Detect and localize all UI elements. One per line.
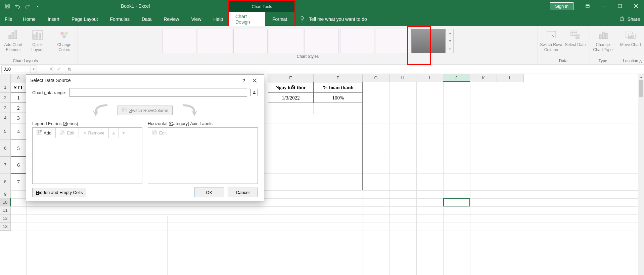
cell-A2[interactable]: 1 bbox=[11, 93, 26, 103]
cancel-formula-icon[interactable]: ✕ bbox=[49, 66, 53, 72]
dialog-help-button[interactable]: ? bbox=[238, 75, 249, 85]
cell-A5[interactable]: 4 bbox=[11, 123, 26, 140]
edit-axis-button[interactable]: Edit bbox=[148, 128, 171, 138]
remove-series-button[interactable]: ✕Remove bbox=[79, 128, 109, 138]
change-chart-type-button[interactable]: Change Chart Type bbox=[591, 28, 615, 52]
chart-style-4[interactable] bbox=[269, 29, 303, 53]
horizontal-axis-list[interactable] bbox=[148, 138, 258, 184]
close-icon[interactable] bbox=[628, 0, 644, 12]
cell-A6[interactable]: 5 bbox=[11, 140, 26, 157]
scroll-up-icon[interactable]: ▲ bbox=[638, 74, 644, 80]
chart-style-2[interactable] bbox=[198, 29, 232, 53]
save-icon[interactable] bbox=[3, 1, 12, 11]
chart-style-1[interactable] bbox=[162, 29, 196, 53]
cell-F2[interactable]: 100% bbox=[314, 93, 363, 103]
move-up-button[interactable]: ▲ bbox=[109, 128, 119, 138]
edit-series-button[interactable]: Edit bbox=[56, 128, 79, 138]
tab-data[interactable]: Data bbox=[136, 12, 158, 26]
tab-formulas[interactable]: Formulas bbox=[104, 12, 136, 26]
row-header-13[interactable]: 13 bbox=[0, 223, 11, 231]
minimize-icon[interactable] bbox=[596, 0, 612, 12]
add-series-button[interactable]: ✚Add bbox=[33, 128, 56, 138]
cell-A7[interactable]: 6 bbox=[11, 157, 26, 173]
cell-A8[interactable]: 7 bbox=[11, 173, 26, 190]
quick-layout-button[interactable]: Quick Layout bbox=[26, 28, 49, 52]
name-box-dropdown-icon[interactable]: ▼ bbox=[31, 66, 37, 73]
collapse-ribbon-icon[interactable]: ᐱ bbox=[639, 59, 642, 64]
col-header-J[interactable]: J bbox=[443, 74, 470, 82]
row-header-3[interactable]: 3 bbox=[0, 103, 11, 113]
name-box[interactable]: J10 bbox=[1, 66, 31, 73]
row-header-7[interactable]: 7 bbox=[0, 157, 11, 173]
move-down-button[interactable]: ▼ bbox=[119, 128, 129, 138]
row-header-8[interactable]: 8 bbox=[0, 173, 11, 190]
sign-in-button[interactable]: Sign in bbox=[550, 2, 573, 10]
col-header-A[interactable]: A bbox=[11, 74, 26, 82]
enter-formula-icon[interactable]: ✓ bbox=[57, 66, 61, 72]
col-header-E[interactable]: E bbox=[268, 74, 314, 82]
row-header-11[interactable]: 11 bbox=[0, 206, 11, 214]
ribbon-display-options-icon[interactable] bbox=[580, 0, 596, 12]
range-picker-button[interactable] bbox=[250, 89, 258, 96]
tab-review[interactable]: Review bbox=[158, 12, 185, 26]
col-header-H[interactable]: H bbox=[389, 74, 416, 82]
vertical-scrollbar[interactable]: ▲ bbox=[638, 74, 644, 275]
col-header-K[interactable]: K bbox=[470, 74, 497, 82]
undo-icon[interactable] bbox=[13, 1, 22, 11]
row-header-1[interactable]: 1 bbox=[0, 82, 11, 93]
cell-E2[interactable]: 1/3/2022 bbox=[268, 93, 314, 103]
cell-E1[interactable]: Ngày kết thúc bbox=[268, 82, 314, 93]
tell-me-area[interactable]: Tell me what you want to do bbox=[300, 16, 367, 23]
dialog-close-button[interactable] bbox=[249, 75, 260, 85]
tab-view[interactable]: View bbox=[185, 12, 207, 26]
row-header-9[interactable]: 9 bbox=[0, 190, 11, 198]
cell-A3[interactable]: 2 bbox=[11, 103, 26, 113]
chart-style-5[interactable] bbox=[305, 29, 339, 53]
fx-icon[interactable]: fx bbox=[68, 67, 71, 72]
switch-row-column-button-dialog[interactable]: Switch Row/Column bbox=[118, 106, 173, 115]
move-chart-button[interactable]: Move Chart bbox=[619, 28, 642, 47]
row-header-6[interactable]: 6 bbox=[0, 140, 11, 157]
change-colors-button[interactable]: Change Colors bbox=[53, 28, 76, 52]
redo-icon[interactable] bbox=[23, 1, 32, 11]
dialog-titlebar[interactable]: Select Data Source ? bbox=[26, 75, 264, 86]
share-area[interactable]: Share bbox=[619, 16, 640, 23]
hidden-empty-cells-button[interactable]: Hidden and Empty Cells bbox=[32, 188, 86, 197]
tab-home[interactable]: Home bbox=[17, 12, 42, 26]
tab-insert[interactable]: Insert bbox=[42, 12, 65, 26]
row-header-10[interactable]: 10 bbox=[0, 198, 11, 206]
row-header-12[interactable]: 12 bbox=[0, 214, 11, 223]
row-header-5[interactable]: 5 bbox=[0, 123, 11, 140]
active-cell-J10[interactable] bbox=[443, 198, 470, 206]
row-header-4[interactable]: 4 bbox=[0, 113, 11, 123]
scroll-thumb[interactable] bbox=[639, 80, 643, 97]
cell-A4[interactable]: 3 bbox=[11, 113, 26, 123]
chart-style-7[interactable] bbox=[376, 29, 410, 53]
ok-button[interactable]: OK bbox=[194, 188, 224, 197]
col-header-L[interactable]: L bbox=[497, 74, 524, 82]
col-header-F[interactable]: F bbox=[314, 74, 363, 82]
cancel-button[interactable]: Cancel bbox=[228, 188, 258, 197]
add-chart-element-button[interactable]: Add Chart Element bbox=[2, 28, 25, 52]
legend-entries-list[interactable] bbox=[32, 138, 142, 184]
tab-file[interactable]: File bbox=[0, 12, 17, 26]
switch-row-column-button[interactable]: Switch Row/ Column bbox=[540, 28, 563, 52]
row-header-2[interactable]: 2 bbox=[0, 93, 11, 103]
cell-F1[interactable]: % hoàn thành bbox=[314, 82, 363, 93]
tab-chart-design[interactable]: Chart Design bbox=[229, 12, 265, 26]
tab-help[interactable]: Help bbox=[208, 12, 229, 26]
cell-A1[interactable]: STT bbox=[11, 82, 26, 93]
select-data-button[interactable]: Select Data bbox=[564, 28, 587, 47]
chart-data-range-input[interactable] bbox=[70, 88, 247, 97]
chart-style-8[interactable] bbox=[411, 29, 446, 53]
chart-styles-scroll[interactable]: ▲▼▾ bbox=[447, 29, 454, 53]
qat-customize-icon[interactable]: ▾ bbox=[33, 1, 42, 11]
maximize-icon[interactable] bbox=[612, 0, 628, 12]
col-header-G[interactable]: G bbox=[363, 74, 389, 82]
tab-page-layout[interactable]: Page Layout bbox=[65, 12, 104, 26]
tab-format[interactable]: Format bbox=[265, 12, 294, 26]
select-all-corner[interactable] bbox=[0, 74, 11, 82]
col-header-I[interactable]: I bbox=[416, 74, 443, 82]
chart-style-6[interactable] bbox=[340, 29, 374, 53]
chart-style-3[interactable] bbox=[233, 29, 268, 53]
